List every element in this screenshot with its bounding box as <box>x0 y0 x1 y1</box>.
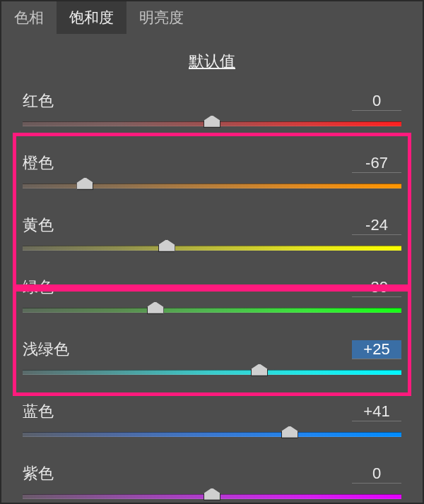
slider-value-orange[interactable]: -67 <box>352 154 401 173</box>
slider-track-blue[interactable] <box>23 429 401 440</box>
tab-saturation[interactable]: 饱和度 <box>57 1 126 34</box>
slider-track-red[interactable] <box>23 119 401 130</box>
slider-row-yellow: 黄色 -24 <box>23 215 401 254</box>
slider-value-aqua[interactable]: +25 <box>352 340 401 359</box>
slider-row-green: 绿色 -30 <box>23 277 401 316</box>
slider-thumb-green[interactable] <box>147 301 164 314</box>
slider-label-aqua: 浅绿色 <box>23 339 69 360</box>
slider-row-purple: 紫色 0 <box>23 463 401 503</box>
slider-label-blue: 蓝色 <box>23 401 54 422</box>
slider-label-yellow: 黄色 <box>23 215 54 236</box>
slider-row-blue: 蓝色 +41 <box>23 401 401 440</box>
defaults-link[interactable]: 默认值 <box>1 34 423 90</box>
slider-track-green[interactable] <box>23 305 401 316</box>
slider-label-red: 红色 <box>23 90 54 112</box>
slider-list: 红色 0 橙色 -67 黄色 -24 <box>1 90 423 504</box>
slider-thumb-aqua[interactable] <box>251 364 268 376</box>
tab-bar: 色相 饱和度 明亮度 <box>1 1 423 34</box>
slider-row-aqua: 浅绿色 +25 <box>23 339 401 378</box>
slider-track-yellow[interactable] <box>23 243 401 254</box>
slider-row-red: 红色 0 <box>23 90 401 130</box>
tab-luminance[interactable]: 明亮度 <box>126 1 196 34</box>
slider-value-green[interactable]: -30 <box>352 278 401 297</box>
tab-hue[interactable]: 色相 <box>1 1 57 34</box>
slider-thumb-orange[interactable] <box>76 177 93 190</box>
slider-value-yellow[interactable]: -24 <box>352 216 401 235</box>
panel-frame: 色相 饱和度 明亮度 默认值 红色 0 橙色 -67 <box>0 0 424 504</box>
slider-label-purple: 紫色 <box>23 463 54 484</box>
slider-track-aqua[interactable] <box>23 367 401 378</box>
slider-label-green: 绿色 <box>23 277 54 298</box>
slider-thumb-red[interactable] <box>204 115 220 128</box>
slider-label-orange: 橙色 <box>23 152 54 174</box>
slider-value-red[interactable]: 0 <box>352 92 401 111</box>
slider-value-purple[interactable]: 0 <box>352 464 401 484</box>
slider-track-orange[interactable] <box>23 181 401 192</box>
slider-thumb-blue[interactable] <box>281 426 298 438</box>
slider-thumb-yellow[interactable] <box>158 239 175 252</box>
slider-thumb-purple[interactable] <box>204 488 220 500</box>
slider-track-purple[interactable] <box>23 491 401 503</box>
slider-value-blue[interactable]: +41 <box>352 402 401 421</box>
slider-row-orange: 橙色 -67 <box>23 152 401 192</box>
